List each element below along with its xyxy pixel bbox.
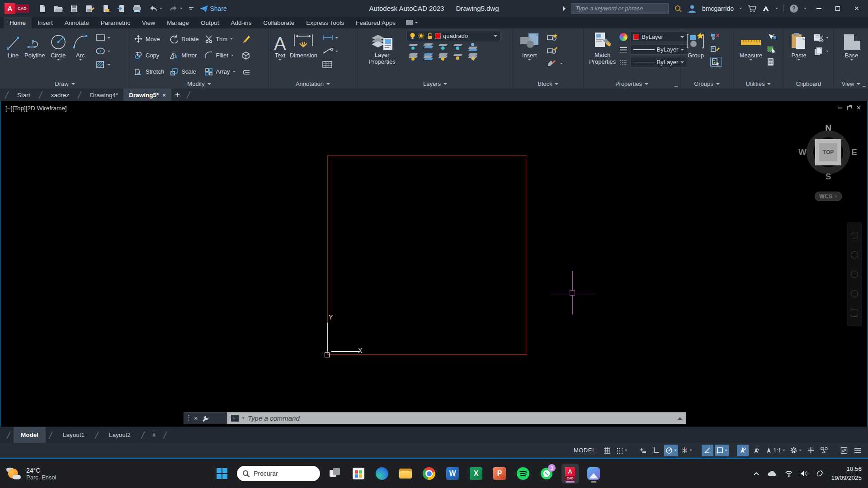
model-space-label[interactable]: MODEL <box>574 447 596 454</box>
polar-tracking-toggle[interactable] <box>664 445 678 456</box>
insert-block-button[interactable]: Insert <box>517 31 542 79</box>
plot-button[interactable] <box>132 4 142 13</box>
user-avatar-icon[interactable] <box>688 4 697 13</box>
chrome-browser-button[interactable] <box>420 464 438 483</box>
command-dock-handle[interactable]: × <box>184 412 227 424</box>
text-tool-button[interactable]: A Text <box>272 31 288 79</box>
command-dock-grip-icon[interactable] <box>188 414 190 422</box>
offset-tool-button[interactable] <box>241 67 251 77</box>
group-edit-button[interactable] <box>710 44 722 54</box>
ribbon-tab-view[interactable]: View <box>136 17 161 28</box>
spotify-button[interactable] <box>514 464 532 483</box>
lineweight-icon[interactable] <box>619 47 627 53</box>
erase-tool-button[interactable] <box>241 34 251 44</box>
taskbar-weather-widget[interactable]: 24°C Parc. Ensol <box>0 467 56 481</box>
rotate-tool-button[interactable]: Rotate <box>170 34 198 43</box>
pen-input-icon[interactable] <box>816 470 824 477</box>
redo-button[interactable] <box>169 5 183 13</box>
quick-select-button[interactable] <box>767 32 777 42</box>
arc-tool-button[interactable]: Arc <box>70 31 91 79</box>
powerpoint-button[interactable]: P <box>491 464 508 483</box>
group-selection-toggle[interactable] <box>710 57 722 67</box>
annotation-visibility-toggle[interactable] <box>737 445 749 456</box>
ungroup-button[interactable] <box>710 32 722 42</box>
utilities-panel-title[interactable]: Utilities <box>734 79 783 89</box>
ribbon-display-options-button[interactable] <box>401 17 422 28</box>
taskbar-search-box[interactable] <box>237 466 320 481</box>
command-history-up-icon[interactable] <box>678 417 682 420</box>
viewcube-top-face[interactable]: TOP <box>815 139 841 165</box>
ortho-toggle[interactable] <box>651 445 662 456</box>
stretch-tool-button[interactable]: Stretch <box>134 67 164 76</box>
layer-sun-icon[interactable] <box>418 33 425 39</box>
write-block-button[interactable] <box>547 45 563 55</box>
base-view-button[interactable]: Base <box>840 31 864 79</box>
group-button[interactable]: Group <box>684 31 708 79</box>
layer-color-swatch[interactable] <box>435 33 441 39</box>
layer-unisolate-button[interactable] <box>422 53 433 61</box>
viewcube-south[interactable]: S <box>801 172 855 182</box>
ribbon-tab-output[interactable]: Output <box>195 17 225 28</box>
file-explorer-button[interactable] <box>397 464 414 483</box>
paste-flyout-caret[interactable] <box>797 59 800 61</box>
new-drawing-tab-button[interactable]: + <box>171 89 184 101</box>
orbit-icon[interactable] <box>851 290 858 297</box>
modify-panel-title[interactable]: Modify <box>130 79 268 89</box>
search-expand-arrow-icon[interactable] <box>562 6 566 11</box>
fillet-flyout-caret[interactable] <box>231 55 234 56</box>
layer-on-button[interactable] <box>407 53 418 61</box>
hatch-tool-button[interactable] <box>95 60 110 70</box>
wcs-dropdown-button[interactable]: WCS <box>815 192 842 201</box>
copy-clip-button[interactable] <box>813 46 829 56</box>
help-menu-caret[interactable] <box>804 8 807 9</box>
line-tool-button[interactable]: Line <box>4 31 23 79</box>
window-close-button[interactable]: × <box>850 3 863 14</box>
microsoft-store-button[interactable] <box>350 464 367 483</box>
pan-icon[interactable] <box>851 251 858 258</box>
viewcube-east[interactable]: E <box>851 147 857 157</box>
start-button[interactable] <box>213 464 231 483</box>
dynamic-input-toggle[interactable] <box>637 445 649 456</box>
annotation-autoscale-toggle[interactable] <box>750 445 762 456</box>
clean-screen-button[interactable] <box>838 445 850 456</box>
ellipse-tool-button[interactable] <box>95 46 110 56</box>
save-as-button[interactable] <box>85 4 95 13</box>
layer-unlock-all-button[interactable] <box>452 53 463 61</box>
quick-calculator-button[interactable] <box>767 57 777 67</box>
save-button[interactable] <box>70 4 79 13</box>
circle-flyout-caret[interactable] <box>57 59 60 61</box>
workspace-caret-icon[interactable] <box>799 450 802 451</box>
layer-freeze-button[interactable] <box>437 43 448 51</box>
layer-match-button[interactable] <box>467 53 478 61</box>
text-flyout-caret[interactable] <box>278 59 281 61</box>
viewport-controls-label[interactable]: [−][Top][2D Wireframe] <box>5 105 66 112</box>
showmotion-icon[interactable] <box>851 310 858 317</box>
ribbon-tab-home[interactable]: Home <box>4 17 32 28</box>
view-panel-launcher[interactable] <box>863 83 866 87</box>
layout-tab-model[interactable]: Model <box>14 427 46 443</box>
customization-button[interactable] <box>852 445 863 456</box>
lineweight-combo[interactable]: ByLayer <box>630 44 687 55</box>
osnap-caret-icon[interactable] <box>725 450 727 451</box>
leader-button[interactable] <box>322 46 338 56</box>
viewcube-north[interactable]: N <box>801 123 855 133</box>
drawing-canvas[interactable]: [−][Top][2D Wireframe] × Y X N S W E TOP… <box>0 101 868 427</box>
command-close-icon[interactable]: × <box>194 415 198 422</box>
ribbon-tab-collaborate[interactable]: Collaborate <box>257 17 300 28</box>
trim-tool-button[interactable]: Trim <box>204 34 236 43</box>
layer-off-button[interactable] <box>407 43 418 51</box>
viewport-restore-icon[interactable] <box>847 106 851 110</box>
layer-thaw-button[interactable] <box>437 53 448 61</box>
search-icon[interactable] <box>674 5 682 13</box>
open-drawing-button[interactable] <box>53 4 63 13</box>
tray-chevron-up-icon[interactable] <box>753 471 760 476</box>
volume-icon[interactable] <box>800 470 808 477</box>
photos-app-button[interactable] <box>585 464 602 483</box>
wifi-icon[interactable] <box>785 470 793 477</box>
layer-unlock-icon[interactable] <box>427 33 433 39</box>
layer-on-bulb-icon[interactable] <box>410 33 415 39</box>
object-snap-tracking-toggle[interactable] <box>702 445 713 456</box>
autodesk-menu-caret[interactable] <box>775 8 778 9</box>
zoom-extents-icon[interactable] <box>851 271 858 278</box>
task-view-button[interactable] <box>326 464 344 483</box>
